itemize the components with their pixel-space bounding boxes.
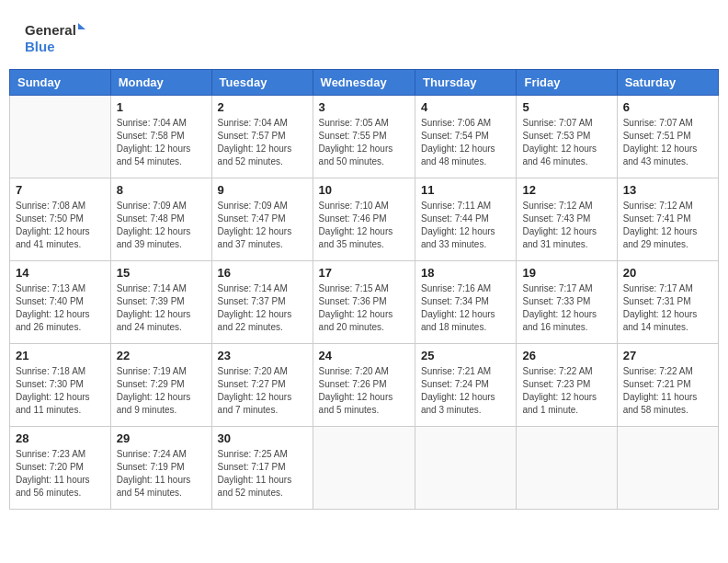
calendar-week-3: 14Sunrise: 7:13 AM Sunset: 7:40 PM Dayli… <box>10 261 719 344</box>
day-info: Sunrise: 7:06 AM Sunset: 7:54 PM Dayligh… <box>421 117 510 168</box>
day-number: 25 <box>421 349 510 362</box>
calendar-cell: 7Sunrise: 7:08 AM Sunset: 7:50 PM Daylig… <box>10 178 111 261</box>
day-number: 23 <box>218 349 307 362</box>
day-number: 6 <box>623 100 712 114</box>
calendar-cell: 22Sunrise: 7:19 AM Sunset: 7:29 PM Dayli… <box>110 344 211 427</box>
calendar-cell: 4Sunrise: 7:06 AM Sunset: 7:54 PM Daylig… <box>415 96 517 178</box>
calendar-cell: 6Sunrise: 7:07 AM Sunset: 7:51 PM Daylig… <box>617 96 718 178</box>
calendar-cell: 14Sunrise: 7:13 AM Sunset: 7:40 PM Dayli… <box>10 261 111 344</box>
day-info: Sunrise: 7:04 AM Sunset: 7:58 PM Dayligh… <box>117 117 206 168</box>
calendar-week-5: 28Sunrise: 7:23 AM Sunset: 7:20 PM Dayli… <box>10 427 719 510</box>
calendar-cell: 3Sunrise: 7:05 AM Sunset: 7:55 PM Daylig… <box>313 96 415 178</box>
calendar-header-row: SundayMondayTuesdayWednesdayThursdayFrid… <box>10 70 719 96</box>
column-header-thursday: Thursday <box>415 70 517 96</box>
day-info: Sunrise: 7:12 AM Sunset: 7:41 PM Dayligh… <box>623 200 712 251</box>
day-info: Sunrise: 7:07 AM Sunset: 7:53 PM Dayligh… <box>522 117 610 168</box>
svg-text:General: General <box>25 22 76 38</box>
calendar-cell: 16Sunrise: 7:14 AM Sunset: 7:37 PM Dayli… <box>211 261 313 344</box>
calendar-cell: 8Sunrise: 7:09 AM Sunset: 7:48 PM Daylig… <box>110 178 211 261</box>
day-info: Sunrise: 7:17 AM Sunset: 7:31 PM Dayligh… <box>623 282 712 334</box>
column-header-monday: Monday <box>110 70 211 96</box>
calendar-table: SundayMondayTuesdayWednesdayThursdayFrid… <box>9 69 719 510</box>
calendar-cell: 15Sunrise: 7:14 AM Sunset: 7:39 PM Dayli… <box>110 261 211 344</box>
column-header-saturday: Saturday <box>617 70 718 96</box>
day-info: Sunrise: 7:20 AM Sunset: 7:26 PM Dayligh… <box>319 365 409 417</box>
calendar-cell: 19Sunrise: 7:17 AM Sunset: 7:33 PM Dayli… <box>517 261 617 344</box>
day-info: Sunrise: 7:19 AM Sunset: 7:29 PM Dayligh… <box>117 365 206 417</box>
column-header-sunday: Sunday <box>10 70 111 96</box>
calendar-cell: 18Sunrise: 7:16 AM Sunset: 7:34 PM Dayli… <box>415 261 517 344</box>
day-info: Sunrise: 7:14 AM Sunset: 7:39 PM Dayligh… <box>117 282 206 334</box>
calendar-week-1: 1Sunrise: 7:04 AM Sunset: 7:58 PM Daylig… <box>10 96 719 178</box>
day-info: Sunrise: 7:09 AM Sunset: 7:47 PM Dayligh… <box>218 200 307 251</box>
svg-marker-2 <box>78 23 85 29</box>
calendar-cell <box>617 427 718 510</box>
day-number: 2 <box>218 100 307 114</box>
day-number: 21 <box>16 349 105 362</box>
day-number: 18 <box>421 266 510 280</box>
day-info: Sunrise: 7:22 AM Sunset: 7:21 PM Dayligh… <box>623 365 712 417</box>
calendar-cell: 25Sunrise: 7:21 AM Sunset: 7:24 PM Dayli… <box>415 344 517 427</box>
day-number: 28 <box>16 431 105 445</box>
day-number: 17 <box>319 266 409 280</box>
calendar-week-2: 7Sunrise: 7:08 AM Sunset: 7:50 PM Daylig… <box>10 178 719 261</box>
day-info: Sunrise: 7:21 AM Sunset: 7:24 PM Dayligh… <box>421 365 510 417</box>
day-number: 11 <box>421 183 510 197</box>
day-info: Sunrise: 7:05 AM Sunset: 7:55 PM Dayligh… <box>319 117 409 168</box>
calendar-cell: 28Sunrise: 7:23 AM Sunset: 7:20 PM Dayli… <box>10 427 111 510</box>
day-number: 27 <box>623 349 712 362</box>
day-number: 12 <box>522 183 610 197</box>
calendar-cell: 21Sunrise: 7:18 AM Sunset: 7:30 PM Dayli… <box>10 344 111 427</box>
day-info: Sunrise: 7:07 AM Sunset: 7:51 PM Dayligh… <box>623 117 712 168</box>
calendar-cell <box>10 96 111 178</box>
day-number: 22 <box>117 349 206 362</box>
day-number: 16 <box>218 266 307 280</box>
day-number: 4 <box>421 100 510 114</box>
day-info: Sunrise: 7:04 AM Sunset: 7:57 PM Dayligh… <box>218 117 307 168</box>
calendar-cell: 1Sunrise: 7:04 AM Sunset: 7:58 PM Daylig… <box>110 96 211 178</box>
day-info: Sunrise: 7:14 AM Sunset: 7:37 PM Dayligh… <box>218 282 307 334</box>
calendar-cell: 30Sunrise: 7:25 AM Sunset: 7:17 PM Dayli… <box>211 427 313 510</box>
calendar-cell: 29Sunrise: 7:24 AM Sunset: 7:19 PM Dayli… <box>110 427 211 510</box>
calendar-cell: 24Sunrise: 7:20 AM Sunset: 7:26 PM Dayli… <box>313 344 415 427</box>
day-info: Sunrise: 7:10 AM Sunset: 7:46 PM Dayligh… <box>319 200 409 251</box>
day-info: Sunrise: 7:25 AM Sunset: 7:17 PM Dayligh… <box>218 448 307 500</box>
column-header-wednesday: Wednesday <box>313 70 415 96</box>
logo-svg: General Blue <box>23 18 87 60</box>
calendar-cell: 10Sunrise: 7:10 AM Sunset: 7:46 PM Dayli… <box>313 178 415 261</box>
calendar-cell <box>313 427 415 510</box>
day-info: Sunrise: 7:11 AM Sunset: 7:44 PM Dayligh… <box>421 200 510 251</box>
day-info: Sunrise: 7:18 AM Sunset: 7:30 PM Dayligh… <box>16 365 105 417</box>
calendar-cell <box>517 427 617 510</box>
calendar-cell: 20Sunrise: 7:17 AM Sunset: 7:31 PM Dayli… <box>617 261 718 344</box>
day-number: 24 <box>319 349 409 362</box>
calendar-cell: 23Sunrise: 7:20 AM Sunset: 7:27 PM Dayli… <box>211 344 313 427</box>
calendar-cell: 9Sunrise: 7:09 AM Sunset: 7:47 PM Daylig… <box>211 178 313 261</box>
day-number: 14 <box>16 266 105 280</box>
logo: General Blue <box>23 18 87 60</box>
column-header-tuesday: Tuesday <box>211 70 313 96</box>
day-number: 10 <box>319 183 409 197</box>
day-number: 7 <box>16 183 105 197</box>
day-info: Sunrise: 7:20 AM Sunset: 7:27 PM Dayligh… <box>218 365 307 417</box>
page-header: General Blue <box>9 9 719 64</box>
calendar-cell: 13Sunrise: 7:12 AM Sunset: 7:41 PM Dayli… <box>617 178 718 261</box>
calendar-cell: 5Sunrise: 7:07 AM Sunset: 7:53 PM Daylig… <box>517 96 617 178</box>
calendar-cell: 2Sunrise: 7:04 AM Sunset: 7:57 PM Daylig… <box>211 96 313 178</box>
svg-text:Blue: Blue <box>25 39 55 54</box>
calendar-cell: 11Sunrise: 7:11 AM Sunset: 7:44 PM Dayli… <box>415 178 517 261</box>
calendar-cell: 12Sunrise: 7:12 AM Sunset: 7:43 PM Dayli… <box>517 178 617 261</box>
day-number: 3 <box>319 100 409 114</box>
day-info: Sunrise: 7:08 AM Sunset: 7:50 PM Dayligh… <box>16 200 105 251</box>
column-header-friday: Friday <box>517 70 617 96</box>
day-info: Sunrise: 7:09 AM Sunset: 7:48 PM Dayligh… <box>117 200 206 251</box>
day-number: 20 <box>623 266 712 280</box>
day-number: 9 <box>218 183 307 197</box>
day-number: 8 <box>117 183 206 197</box>
day-number: 15 <box>117 266 206 280</box>
day-info: Sunrise: 7:23 AM Sunset: 7:20 PM Dayligh… <box>16 448 105 500</box>
day-number: 5 <box>522 100 610 114</box>
day-number: 30 <box>218 431 307 445</box>
day-info: Sunrise: 7:13 AM Sunset: 7:40 PM Dayligh… <box>16 282 105 334</box>
day-info: Sunrise: 7:16 AM Sunset: 7:34 PM Dayligh… <box>421 282 510 334</box>
